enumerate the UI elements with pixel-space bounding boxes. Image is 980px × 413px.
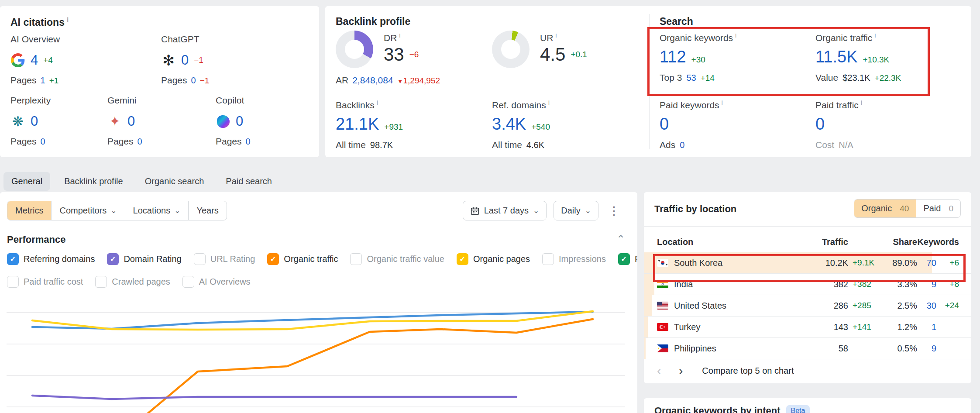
performance-line-chart[interactable]	[0, 299, 631, 413]
location-row-south-korea[interactable]: South Korea 10.2K+9.1K 89.0% 70+6	[644, 252, 971, 274]
analytics-dashboard: AI citationsi AI Overview 4+4 Pages1+1 C…	[0, 0, 980, 413]
keywords-value[interactable]: 30	[917, 301, 936, 311]
keywords-value[interactable]: 1	[917, 322, 936, 332]
copilot-icon	[216, 114, 230, 129]
keywords-value[interactable]: 9	[917, 344, 936, 354]
ar-delta: ▼1,294,952	[397, 76, 440, 86]
tab-paid-search[interactable]: Paid search	[218, 172, 280, 191]
tab-backlink-profile[interactable]: Backlink profile	[56, 172, 131, 191]
info-icon[interactable]: i	[735, 31, 736, 39]
chevron-down-icon: ⌄	[533, 207, 539, 214]
share-bar	[644, 274, 654, 295]
checkbox-icon	[542, 253, 554, 265]
ai-citations-item: Gemini ✦0 Pages0	[107, 95, 142, 147]
segment-locations[interactable]: Locations⌄	[125, 201, 189, 220]
view-segmented-control: Metrics Competitors⌄ Locations⌄ Years	[7, 201, 227, 220]
traffic-value: 382	[807, 279, 848, 289]
metric-toggle-organic-traffic[interactable]: ✓ Organic traffic	[267, 253, 338, 265]
pages-value[interactable]: 0	[191, 76, 196, 86]
ai-citations-value[interactable]: 0	[181, 52, 189, 68]
ai-source-label: AI Overview	[10, 34, 60, 45]
date-range-button[interactable]: Last 7 days ⌄	[463, 201, 547, 220]
metric-toggle-referring-domains[interactable]: ✓ Referring domains	[7, 253, 95, 265]
domain-rating-donut	[336, 31, 373, 68]
backlink-search-card: Backlink profile DRi 33 −6 AR 2,848,084 …	[325, 6, 971, 157]
location-row-india[interactable]: India 382+382 3.3% 9+8	[644, 274, 971, 295]
series-domain-rating	[32, 396, 516, 399]
backlinks-value[interactable]: 21.1K	[336, 115, 379, 134]
ref-domains-value[interactable]: 3.4K	[492, 115, 526, 134]
metric-toggle-impressions[interactable]: Impressions	[542, 253, 606, 265]
toggle-paid[interactable]: Paid0	[916, 200, 960, 217]
pages-value[interactable]: 1	[41, 76, 45, 86]
organic-keywords-value[interactable]: 112	[660, 48, 686, 66]
organic-traffic-value[interactable]: 11.5K	[815, 48, 857, 66]
page-next-icon[interactable]: ›	[679, 365, 683, 377]
metric-toggle-organic-pages[interactable]: ✓ Organic pages	[457, 253, 530, 265]
keywords-by-intent-title: Organic keywords by intent Beta	[654, 405, 810, 413]
location-row-turkey[interactable]: Turkey 143+141 1.2% 1	[644, 317, 971, 338]
info-icon[interactable]: i	[548, 99, 550, 106]
location-table-header: Location Traffic Share Keywords	[644, 232, 971, 251]
pages-value[interactable]: 0	[246, 137, 251, 147]
down-triangle-icon: ▼	[397, 78, 403, 85]
collapse-chevron-icon[interactable]: ⌃	[616, 233, 625, 245]
toggle-organic[interactable]: Organic40	[854, 200, 916, 217]
gemini-icon: ✦	[107, 114, 122, 129]
info-icon[interactable]: i	[377, 99, 378, 106]
tab-organic-search[interactable]: Organic search	[137, 172, 212, 191]
performance-title: Performance	[7, 234, 66, 245]
checkbox-icon: ✓	[7, 253, 19, 265]
metric-toggle-url-rating[interactable]: URL Rating	[194, 253, 255, 265]
info-icon[interactable]: i	[399, 31, 400, 39]
location-name: United States	[674, 301, 726, 311]
traffic-by-location-card: Traffic by location Organic40 Paid0 Loca…	[644, 192, 971, 383]
info-icon[interactable]: i	[874, 31, 876, 39]
flag-icon-us	[657, 302, 668, 310]
ur-value: 4.5	[540, 44, 565, 65]
ai-source-label: Gemini	[107, 95, 142, 106]
ai-citations-value[interactable]: 0	[127, 114, 135, 129]
keywords-value[interactable]: 70	[917, 258, 936, 268]
checkbox-icon: ✓	[457, 253, 468, 265]
keywords-value[interactable]: 9	[917, 279, 936, 289]
metric-toggle-domain-rating[interactable]: ✓ Domain Rating	[107, 253, 181, 265]
info-icon[interactable]: i	[722, 99, 723, 106]
ai-citations-value[interactable]: 0	[236, 114, 243, 129]
metric-toggle-ai-overviews[interactable]: AI Overviews	[182, 276, 251, 288]
url-rating-donut	[492, 31, 530, 68]
metric-toggle-paid-traffic-cost[interactable]: Paid traffic cost	[7, 276, 83, 288]
compare-top5-link[interactable]: Compare top 5 on chart	[702, 366, 794, 376]
dr-value: 33	[384, 44, 404, 65]
info-icon[interactable]: i	[555, 31, 557, 39]
segment-metrics[interactable]: Metrics	[7, 201, 52, 220]
ar-value[interactable]: 2,848,084	[352, 75, 393, 86]
paid-traffic-value[interactable]: 0	[815, 115, 825, 134]
segment-competitors[interactable]: Competitors⌄	[52, 201, 125, 220]
info-icon[interactable]: i	[861, 99, 862, 106]
ai-citations-value[interactable]: 4	[31, 52, 38, 68]
traffic-value: 10.2K	[807, 258, 848, 268]
ai-citations-value[interactable]: 0	[31, 114, 38, 129]
share-bar	[644, 295, 652, 316]
pages-value[interactable]: 0	[41, 137, 45, 147]
page-prev-icon[interactable]: ‹	[657, 365, 661, 377]
tab-general[interactable]: General	[3, 172, 50, 191]
metric-toggle-organic-traffic-value[interactable]: Organic traffic value	[350, 253, 444, 265]
ai-citations-item: Perplexity ❋0 Pages0	[10, 95, 51, 147]
backlinks-metric: Backlinksi 21.1K +931 All time98.7K	[336, 99, 403, 150]
ai-source-label: Copilot	[216, 95, 251, 106]
checkbox-icon: ✓	[267, 253, 279, 265]
more-options-kebab-icon[interactable]: ⋮	[605, 204, 622, 218]
info-icon[interactable]: i	[67, 16, 69, 23]
granularity-button[interactable]: Daily ⌄	[554, 201, 598, 220]
paid-keywords-value[interactable]: 0	[660, 115, 669, 134]
location-row-philippines[interactable]: Philippines 58 0.5% 9	[644, 338, 971, 359]
segment-years[interactable]: Years	[189, 201, 226, 220]
metric-toggle-paid-traffic[interactable]: ✓ Paid traffic	[618, 253, 637, 265]
flag-icon-ph	[657, 344, 668, 352]
metric-toggle-crawled-pages[interactable]: Crawled pages	[95, 276, 170, 288]
chevron-down-icon: ⌄	[585, 207, 591, 214]
pages-value[interactable]: 0	[138, 137, 142, 147]
location-row-united-states[interactable]: United States 286+285 2.5% 30+24	[644, 295, 971, 317]
